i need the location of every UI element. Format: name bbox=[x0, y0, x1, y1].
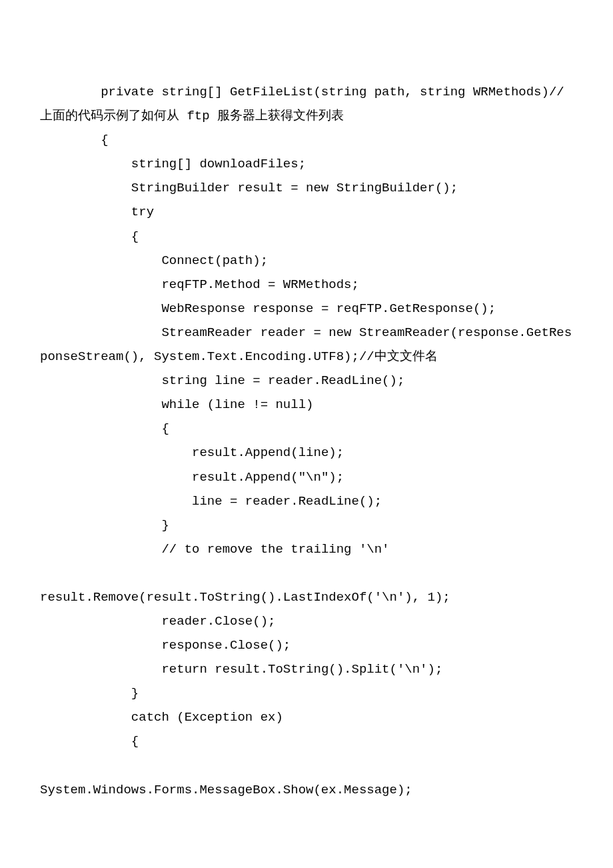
code-line: { bbox=[40, 729, 573, 753]
code-line: while (line != null) bbox=[40, 393, 573, 417]
code-line: StreamReader reader = new StreamReader(r… bbox=[40, 321, 573, 369]
code-line: { bbox=[40, 225, 573, 249]
code-line: catch (Exception ex) bbox=[40, 705, 573, 729]
code-line: { bbox=[40, 128, 573, 152]
code-line: WebResponse response = reqFTP.GetRespons… bbox=[40, 297, 573, 321]
code-line: Connect(path); bbox=[40, 249, 573, 273]
code-line: string[] downloadFiles; bbox=[40, 152, 573, 176]
code-line: StringBuilder result = new StringBuilder… bbox=[40, 176, 573, 200]
blank-line bbox=[40, 561, 573, 585]
code-line: result.Remove(result.ToString().LastInde… bbox=[40, 585, 573, 609]
blank-line bbox=[40, 754, 573, 778]
code-line: } bbox=[40, 513, 573, 537]
code-line: result.Append("\n"); bbox=[40, 465, 573, 489]
code-line: // to remove the trailing '\n' bbox=[40, 537, 573, 561]
code-line: string line = reader.ReadLine(); bbox=[40, 369, 573, 393]
code-line: reqFTP.Method = WRMethods; bbox=[40, 273, 573, 297]
code-line: result.Append(line); bbox=[40, 441, 573, 465]
code-line: private string[] GetFileList(string path… bbox=[40, 80, 573, 128]
code-line: System.Windows.Forms.MessageBox.Show(ex.… bbox=[40, 778, 573, 802]
document-page: private string[] GetFileList(string path… bbox=[0, 0, 613, 842]
code-line: { bbox=[40, 417, 573, 441]
code-line: response.Close(); bbox=[40, 633, 573, 657]
code-line: return result.ToString().Split('\n'); bbox=[40, 657, 573, 681]
code-line: try bbox=[40, 200, 573, 224]
code-line: } bbox=[40, 681, 573, 705]
code-line: line = reader.ReadLine(); bbox=[40, 489, 573, 513]
code-line: reader.Close(); bbox=[40, 609, 573, 633]
